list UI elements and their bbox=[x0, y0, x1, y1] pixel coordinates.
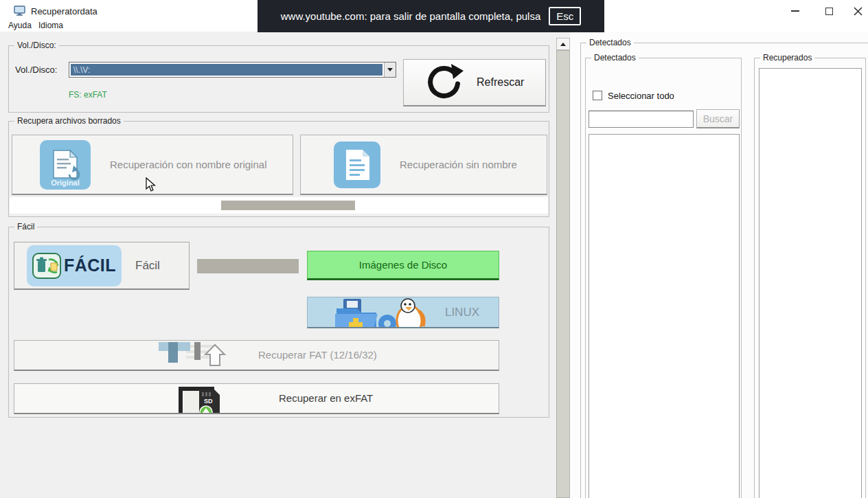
maximize-button[interactable] bbox=[819, 1, 839, 21]
chevron-down-icon bbox=[387, 68, 393, 71]
document-original-icon: Original bbox=[40, 140, 91, 190]
recover-exfat-label: Recuperar en exFAT bbox=[279, 392, 373, 404]
filesystem-label: FS: exFAT bbox=[69, 90, 107, 100]
original-icon-caption: Original bbox=[40, 179, 91, 187]
detected-listbox[interactable] bbox=[589, 134, 740, 498]
recover-fat-label: Recuperar FAT (12/16/32) bbox=[258, 349, 377, 361]
recover-original-name-label: Recuperación con nombre original bbox=[110, 159, 266, 170]
linux-tux-illustration bbox=[334, 297, 457, 328]
window-title: Recuperatordata bbox=[31, 6, 98, 16]
scrollbar-thumb[interactable] bbox=[556, 50, 570, 498]
group-facil-label: Fácil bbox=[14, 222, 37, 231]
group-detectados-inner: Detectados Seleccionar todo Buscar bbox=[585, 58, 742, 498]
disk-images-label: Imágenes de Disco bbox=[359, 259, 447, 271]
recovered-listbox[interactable] bbox=[759, 68, 862, 498]
minimize-icon bbox=[791, 10, 799, 12]
fullscreen-banner: www.youtube.com: para salir de pantalla … bbox=[258, 0, 604, 32]
facil-small-label: Fácil bbox=[135, 259, 160, 273]
fat-recover-icon bbox=[159, 341, 241, 370]
recover-fat-button[interactable]: Recuperar FAT (12/16/32) bbox=[14, 340, 499, 371]
group-recover-deleted-label: Recupera archivos borrados bbox=[14, 116, 124, 126]
search-button[interactable]: Buscar bbox=[696, 109, 740, 128]
refresh-button-label: Refrescar bbox=[477, 76, 524, 89]
volume-selected-value: \\.\V: bbox=[71, 64, 382, 76]
facil-button[interactable]: FÁCIL Fácil bbox=[14, 242, 190, 290]
linux-button[interactable]: LINUX bbox=[307, 297, 499, 328]
esc-key-badge: Esc bbox=[549, 7, 581, 25]
search-input[interactable] bbox=[589, 111, 694, 128]
close-icon bbox=[854, 7, 863, 16]
maximize-icon bbox=[825, 8, 833, 15]
volume-combobox[interactable]: \\.\V: bbox=[69, 62, 396, 78]
recover-exfat-button[interactable]: SD Recuperar en exFAT bbox=[14, 383, 499, 414]
facil-icon-area: FÁCIL bbox=[27, 245, 122, 286]
close-button[interactable] bbox=[847, 1, 868, 21]
group-detectados-outer-label: Detectados bbox=[586, 38, 634, 47]
menu-ayuda[interactable]: Ayuda bbox=[5, 19, 34, 32]
refresh-icon bbox=[424, 63, 464, 102]
banner-text: www.youtube.com: para salir de pantalla … bbox=[281, 10, 541, 22]
vol-disco-field-label: Vol./Disco: bbox=[15, 65, 57, 75]
minimize-button[interactable] bbox=[785, 1, 806, 21]
sd-card-text: SD bbox=[204, 398, 213, 405]
combobox-dropdown-button[interactable] bbox=[384, 63, 396, 77]
refresh-button[interactable]: Refrescar bbox=[403, 59, 546, 106]
linux-label: LINUX bbox=[445, 306, 479, 319]
group-vol-disco-label: Vol./Disco: bbox=[14, 41, 59, 50]
select-all-checkbox[interactable] bbox=[593, 91, 602, 100]
app-icon bbox=[14, 5, 25, 16]
app-window: Recuperatordata Ayuda Idioma www.youtube… bbox=[0, 0, 868, 498]
menu-idioma[interactable]: Idioma bbox=[36, 19, 66, 32]
facil-big-label: FÁCIL bbox=[64, 256, 116, 275]
group-detectados-inner-label: Detectados bbox=[591, 53, 639, 63]
progress-bar-facil bbox=[197, 259, 299, 273]
mouse-cursor-icon bbox=[146, 177, 156, 192]
select-all-label: Seleccionar todo bbox=[608, 91, 674, 101]
sd-card-icon: SD bbox=[176, 384, 238, 414]
recover-no-name-label: Recuperación sin nombre bbox=[400, 159, 517, 170]
group-recuperados-label: Recuperados bbox=[760, 53, 814, 63]
group-recuperados: Recuperados bbox=[754, 58, 866, 498]
recycle-trash-icon bbox=[32, 253, 61, 279]
recover-no-name-button[interactable]: Recuperación sin nombre bbox=[300, 135, 547, 195]
disk-images-button[interactable]: Imágenes de Disco bbox=[307, 251, 499, 280]
vertical-scrollbar[interactable] bbox=[556, 38, 570, 498]
detected-panel-background: Detectados Detectados Seleccionar todo B… bbox=[570, 32, 868, 498]
document-icon bbox=[334, 142, 380, 188]
chevron-up-icon bbox=[560, 43, 566, 46]
progress-bar bbox=[221, 201, 355, 210]
scrollbar-up-button[interactable] bbox=[556, 38, 570, 50]
search-button-label: Buscar bbox=[703, 113, 733, 124]
